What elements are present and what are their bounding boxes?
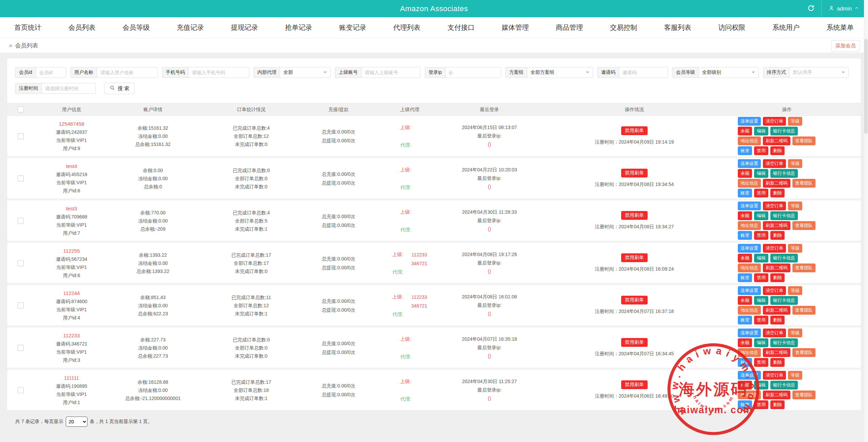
filter-input[interactable] xyxy=(445,67,501,78)
nav-tab-payment-api[interactable]: 支付接口 xyxy=(448,17,475,38)
action-view-team[interactable]: 查看团队 xyxy=(792,348,815,357)
add-member-button[interactable]: 添加会员 xyxy=(831,40,860,51)
action-disable[interactable]: 禁用 xyxy=(754,189,768,197)
filter-select[interactable]: 全部 xyxy=(280,67,331,78)
action-bank-card-info[interactable]: 银行卡信息 xyxy=(770,127,798,135)
action-delete[interactable]: 删除 xyxy=(770,146,785,155)
action-account-change[interactable]: 账变 xyxy=(738,316,752,324)
nav-tab-service-list[interactable]: 客服列表 xyxy=(664,17,691,38)
action-account-change[interactable]: 账变 xyxy=(738,189,752,197)
action-chain-order-settings[interactable]: 连单设置 xyxy=(738,286,761,295)
action-view-team[interactable]: 查看团队 xyxy=(792,179,815,188)
action-clear-orders[interactable]: 清空订单 xyxy=(763,202,786,210)
nav-tab-access-rights[interactable]: 访问权限 xyxy=(718,17,745,38)
action-bank-card-info[interactable]: 银行卡信息 xyxy=(770,338,798,347)
action-account-change[interactable]: 账变 xyxy=(738,146,752,155)
action-address-info[interactable]: 地址信息 xyxy=(738,348,761,357)
ban-brushing-button[interactable]: 禁用刷单 xyxy=(621,296,648,304)
action-clear-orders[interactable]: 清空订单 xyxy=(763,244,786,253)
nav-tab-system-menu[interactable]: 系统菜单 xyxy=(827,17,854,38)
action-level[interactable]: 等级 xyxy=(788,117,802,126)
filter-select[interactable]: 默认排序 xyxy=(789,67,849,78)
action-disable[interactable]: 禁用 xyxy=(754,146,768,155)
refresh-button[interactable] xyxy=(801,0,821,17)
scrollbar-thumb[interactable] xyxy=(864,39,868,134)
action-chain-order-settings[interactable]: 连单设置 xyxy=(738,117,761,126)
action-address-info[interactable]: 地址信息 xyxy=(738,179,761,188)
action-level[interactable]: 等级 xyxy=(788,371,802,380)
action-chain-order-settings[interactable]: 连单设置 xyxy=(738,202,761,210)
action-balance[interactable]: 余额 xyxy=(738,254,752,262)
action-delete[interactable]: 删除 xyxy=(770,358,785,367)
ban-brushing-button[interactable]: 禁用刷单 xyxy=(621,338,648,347)
action-bank-card-info[interactable]: 银行卡信息 xyxy=(770,381,798,390)
select-all-checkbox[interactable] xyxy=(18,106,24,112)
nav-tab-system-users[interactable]: 系统用户 xyxy=(772,17,800,38)
action-balance[interactable]: 余额 xyxy=(738,211,752,220)
nav-tab-media-manage[interactable]: 媒体管理 xyxy=(501,17,529,38)
action-chain-order-settings[interactable]: 连单设置 xyxy=(738,371,761,380)
action-refresh-qrcode[interactable]: 刷新二维码 xyxy=(763,221,790,230)
action-disable[interactable]: 禁用 xyxy=(754,273,768,282)
action-view-team[interactable]: 查看团队 xyxy=(792,136,815,145)
row-checkbox[interactable] xyxy=(18,175,24,182)
action-chain-order-settings[interactable]: 连单设置 xyxy=(738,329,761,337)
action-delete[interactable]: 删除 xyxy=(770,316,785,324)
nav-tab-member-level[interactable]: 会员等级 xyxy=(122,17,150,38)
filter-input[interactable] xyxy=(361,67,420,78)
action-address-info[interactable]: 地址信息 xyxy=(738,264,761,272)
action-disable[interactable]: 禁用 xyxy=(754,231,768,240)
filter-input[interactable] xyxy=(188,67,249,78)
action-balance[interactable]: 余额 xyxy=(738,381,752,390)
nav-tab-member-list[interactable]: 会员列表 xyxy=(68,17,96,38)
nav-tab-order-grab-records[interactable]: 抢单记录 xyxy=(285,17,312,38)
action-refresh-qrcode[interactable]: 刷新二维码 xyxy=(763,306,790,315)
action-clear-orders[interactable]: 清空订单 xyxy=(763,117,786,126)
nav-tab-account-change-records[interactable]: 账变记录 xyxy=(339,17,366,38)
action-level[interactable]: 等级 xyxy=(788,244,802,253)
row-checkbox[interactable] xyxy=(18,302,24,309)
action-edit[interactable]: 编辑 xyxy=(754,296,768,305)
action-refresh-qrcode[interactable]: 刷新二维码 xyxy=(763,348,790,357)
row-checkbox[interactable] xyxy=(18,218,24,224)
action-balance[interactable]: 余额 xyxy=(738,296,752,305)
nav-tab-withdraw-records[interactable]: 提现记录 xyxy=(231,17,258,38)
action-view-team[interactable]: 查看团队 xyxy=(792,221,815,230)
action-chain-order-settings[interactable]: 连单设置 xyxy=(738,244,761,253)
action-edit[interactable]: 编辑 xyxy=(754,381,768,390)
action-level[interactable]: 等级 xyxy=(788,329,802,337)
filter-input[interactable] xyxy=(36,67,66,78)
search-button[interactable]: 搜 索 xyxy=(104,83,135,94)
row-checkbox[interactable] xyxy=(18,133,24,139)
action-refresh-qrcode[interactable]: 刷新二维码 xyxy=(763,179,790,188)
ban-brushing-button[interactable]: 禁用刷单 xyxy=(621,169,648,177)
action-level[interactable]: 等级 xyxy=(788,202,802,210)
action-level[interactable]: 等级 xyxy=(788,286,802,295)
ban-brushing-button[interactable]: 禁用刷单 xyxy=(621,211,648,220)
action-refresh-qrcode[interactable]: 刷新二维码 xyxy=(763,136,790,145)
admin-menu[interactable]: admin xyxy=(822,0,868,17)
nav-tab-recharge-records[interactable]: 充值记录 xyxy=(177,17,204,38)
action-edit[interactable]: 编辑 xyxy=(754,254,768,262)
action-balance[interactable]: 余额 xyxy=(738,127,752,135)
action-view-team[interactable]: 查看团队 xyxy=(792,264,815,272)
action-clear-orders[interactable]: 清空订单 xyxy=(763,159,786,168)
action-clear-orders[interactable]: 清空订单 xyxy=(763,329,786,337)
action-address-info[interactable]: 地址信息 xyxy=(738,221,761,230)
action-account-change[interactable]: 账变 xyxy=(738,358,752,367)
action-disable[interactable]: 禁用 xyxy=(754,358,768,367)
action-clear-orders[interactable]: 清空订单 xyxy=(763,371,786,380)
action-balance[interactable]: 余额 xyxy=(738,338,752,347)
ban-brushing-button[interactable]: 禁用刷单 xyxy=(621,126,648,135)
filter-input[interactable] xyxy=(97,67,158,78)
action-clear-orders[interactable]: 清空订单 xyxy=(763,286,786,295)
page-size-select[interactable]: 20 xyxy=(66,417,87,427)
action-account-change[interactable]: 账变 xyxy=(738,273,752,282)
nav-tab-trade-control[interactable]: 交易控制 xyxy=(610,17,637,38)
action-bank-card-info[interactable]: 银行卡信息 xyxy=(770,169,798,178)
nav-tab-agent-list[interactable]: 代理列表 xyxy=(393,17,420,38)
action-edit[interactable]: 编辑 xyxy=(754,211,768,220)
action-delete[interactable]: 删除 xyxy=(770,189,785,197)
action-chain-order-settings[interactable]: 连单设置 xyxy=(738,159,761,168)
action-edit[interactable]: 编辑 xyxy=(754,169,768,178)
